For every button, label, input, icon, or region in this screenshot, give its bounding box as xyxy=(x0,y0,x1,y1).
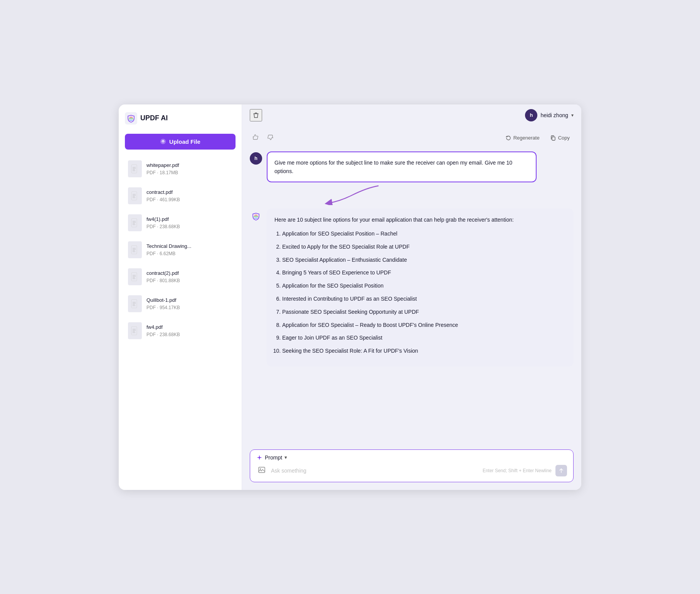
input-area: Prompt ▾ Enter Send; Shift + Enter Newli… xyxy=(250,449,574,482)
file-item[interactable]: whitepaper.pdf PDF · 18.17MB xyxy=(125,156,236,182)
svg-rect-7 xyxy=(131,192,137,200)
ai-list-item: Excited to Apply for the SEO Specialist … xyxy=(282,242,566,252)
ai-list-item: Application for SEO Specialist Position … xyxy=(282,229,566,239)
prompt-row: Prompt ▾ xyxy=(256,454,567,461)
user-name: heidi zhong xyxy=(540,112,568,118)
file-item[interactable]: contract.pdf PDF · 461.99KB xyxy=(125,183,236,209)
ai-list-item: Interested in Contributing to UPDF as an… xyxy=(282,294,566,304)
ai-list-item: Eager to Join UPDF as an SEO Specialist xyxy=(282,333,566,343)
file-icon xyxy=(128,160,142,177)
sidebar-header: UPDF AI xyxy=(125,112,236,125)
svg-rect-2 xyxy=(131,165,137,173)
ai-list-item: Application for the SEO Specialist Posit… xyxy=(282,281,566,291)
svg-rect-22 xyxy=(131,273,137,281)
arrow-svg xyxy=(313,184,390,205)
file-meta: PDF · 18.17MB xyxy=(146,170,232,175)
ask-input[interactable] xyxy=(271,468,479,474)
file-info: whitepaper.pdf PDF · 18.17MB xyxy=(146,162,232,175)
svg-rect-37 xyxy=(552,137,555,140)
file-icon xyxy=(128,268,142,285)
file-meta: PDF · 954.17KB xyxy=(146,305,232,310)
thumbs-up-button[interactable] xyxy=(250,132,261,144)
svg-point-40 xyxy=(260,468,261,469)
file-info: contract.pdf PDF · 461.99KB xyxy=(146,189,232,202)
trash-icon xyxy=(252,111,260,119)
file-item[interactable]: fw4.pdf PDF · 238.68KB xyxy=(125,318,236,344)
ai-message-wrapper: Here are 10 subject line options for you… xyxy=(250,209,574,367)
ai-logo-icon xyxy=(250,210,262,222)
send-button[interactable] xyxy=(555,465,567,476)
thumbs-down-icon xyxy=(267,134,274,141)
chevron-down-icon: ▾ xyxy=(571,113,574,118)
prompt-label: Prompt xyxy=(265,454,282,461)
image-icon xyxy=(258,466,266,474)
svg-rect-12 xyxy=(131,219,137,227)
file-icon xyxy=(128,295,142,312)
svg-rect-27 xyxy=(131,300,137,308)
file-info: fw4.pdf PDF · 238.68KB xyxy=(146,324,232,337)
sparkle-icon xyxy=(256,454,262,461)
main-header: h heidi zhong ▾ xyxy=(242,104,581,126)
ai-intro-text: Here are 10 subject line options for you… xyxy=(274,217,514,223)
file-list: whitepaper.pdf PDF · 18.17MB contract.pd… xyxy=(125,156,236,344)
file-item[interactable]: Quillbot-1.pdf PDF · 954.17KB xyxy=(125,291,236,317)
file-name: contract(2).pdf xyxy=(146,270,232,277)
user-message-bubble: Give me more options for the subject lin… xyxy=(267,151,537,183)
image-attach-button[interactable] xyxy=(256,464,267,477)
file-info: Technical Drawing... PDF · 6.62MB xyxy=(146,243,232,256)
user-message-wrapper: h Give me more options for the subject l… xyxy=(250,151,574,183)
send-icon xyxy=(559,468,564,473)
ai-list-item: Seeking the SEO Specialist Role: A Fit f… xyxy=(282,347,566,356)
user-avatar-small: h xyxy=(250,152,262,165)
thumbs-up-icon xyxy=(252,134,259,141)
file-name: fw4(1).pdf xyxy=(146,216,232,223)
file-name: Quillbot-1.pdf xyxy=(146,297,232,304)
reaction-bar: Regenerate Copy xyxy=(250,129,574,147)
ai-list: Application for SEO Specialist Position … xyxy=(274,229,566,356)
upload-button[interactable]: Upload File xyxy=(125,134,236,150)
delete-button[interactable] xyxy=(250,109,262,121)
ai-list-item: Application for SEO Specialist – Ready t… xyxy=(282,321,566,330)
file-icon xyxy=(128,241,142,258)
regenerate-button[interactable]: Regenerate xyxy=(502,133,544,143)
user-avatar: h xyxy=(525,109,537,121)
input-hint: Enter Send; Shift + Enter Newline xyxy=(483,468,552,473)
file-item[interactable]: Technical Drawing... PDF · 6.62MB xyxy=(125,237,236,263)
file-meta: PDF · 801.88KB xyxy=(146,278,232,283)
file-meta: PDF · 238.68KB xyxy=(146,224,232,229)
file-meta: PDF · 461.99KB xyxy=(146,197,232,202)
input-row: Enter Send; Shift + Enter Newline xyxy=(256,464,567,477)
ai-list-item: Passionate SEO Specialist Seeking Opport… xyxy=(282,308,566,317)
main-area: h heidi zhong ▾ xyxy=(242,104,581,490)
regenerate-icon xyxy=(506,135,511,141)
sidebar: UPDF AI Upload File whitepaper.pdf PDF ·… xyxy=(119,104,242,490)
file-info: fw4(1).pdf PDF · 238.68KB xyxy=(146,216,232,229)
app-title: UPDF AI xyxy=(140,114,168,122)
ai-list-item: Bringing 5 Years of SEO Experience to UP… xyxy=(282,268,566,278)
ai-list-item: SEO Specialist Application – Enthusiasti… xyxy=(282,256,566,265)
copy-button[interactable]: Copy xyxy=(547,133,574,143)
file-item[interactable]: contract(2).pdf PDF · 801.88KB xyxy=(125,264,236,290)
svg-rect-39 xyxy=(259,467,265,473)
user-menu[interactable]: h heidi zhong ▾ xyxy=(525,109,574,121)
file-name: contract.pdf xyxy=(146,189,232,196)
file-name: Technical Drawing... xyxy=(146,243,232,250)
chat-area: Regenerate Copy h Give me more options f… xyxy=(242,126,581,449)
file-info: contract(2).pdf PDF · 801.88KB xyxy=(146,270,232,283)
file-meta: PDF · 238.68KB xyxy=(146,332,232,337)
prompt-dropdown[interactable]: ▾ xyxy=(284,454,287,460)
copy-icon xyxy=(550,135,556,141)
svg-rect-32 xyxy=(131,326,137,335)
thumbs-down-button[interactable] xyxy=(264,132,276,144)
file-meta: PDF · 6.62MB xyxy=(146,251,232,256)
file-icon xyxy=(128,322,142,339)
file-name: whitepaper.pdf xyxy=(146,162,232,169)
file-info: Quillbot-1.pdf PDF · 954.17KB xyxy=(146,297,232,310)
upload-icon xyxy=(160,138,166,145)
updf-logo xyxy=(125,112,137,125)
file-item[interactable]: fw4(1).pdf PDF · 238.68KB xyxy=(125,210,236,236)
file-name: fw4.pdf xyxy=(146,324,232,331)
ai-message-bubble: Here are 10 subject line options for you… xyxy=(267,209,574,367)
file-icon xyxy=(128,187,142,204)
svg-rect-17 xyxy=(131,246,137,254)
